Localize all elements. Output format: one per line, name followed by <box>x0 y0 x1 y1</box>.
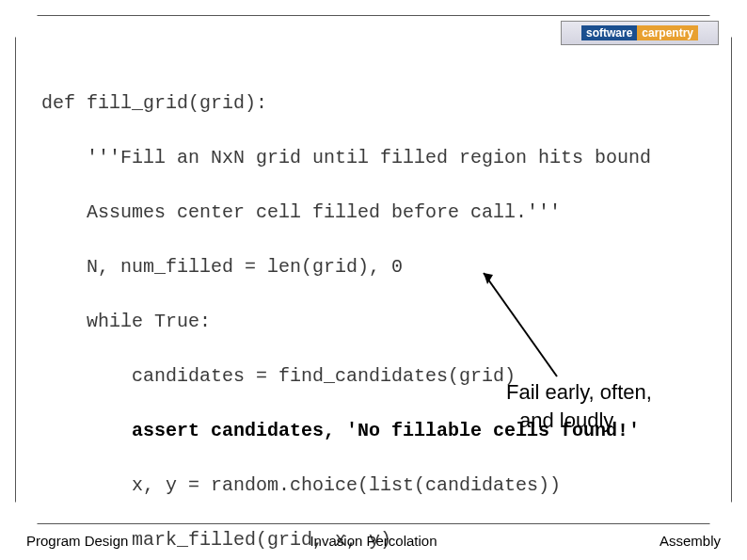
footer-right: Assembly <box>660 533 721 549</box>
code-line-1: '''Fill an NxN grid until filled region … <box>41 144 747 171</box>
annotation-text: Fail early, often, and loudly <box>506 378 652 435</box>
footer-left: Program Design <box>26 533 128 549</box>
annotation-line-1: Fail early, often, <box>506 378 652 407</box>
logo-software-carpentry: software carpentry <box>561 21 719 45</box>
code-line-4: while True: <box>41 308 747 335</box>
logo-right: carpentry <box>637 25 698 40</box>
logo-left: software <box>581 25 637 40</box>
code-line-2: Assumes center cell filled before call.'… <box>41 199 747 226</box>
code-block: def fill_grid(grid): '''Fill an NxN grid… <box>41 62 747 560</box>
code-line-3: N, num_filled = len(grid), 0 <box>41 253 747 280</box>
annotation-line-2: and loudly <box>506 407 652 435</box>
code-line-7: x, y = random.choice(list(candidates)) <box>41 472 747 499</box>
logo-text: software carpentry <box>581 25 698 40</box>
code-line-0: def fill_grid(grid): <box>41 89 747 117</box>
footer: Program Design Invasion Percolation Asse… <box>26 533 721 549</box>
footer-center: Invasion Percolation <box>310 533 437 549</box>
